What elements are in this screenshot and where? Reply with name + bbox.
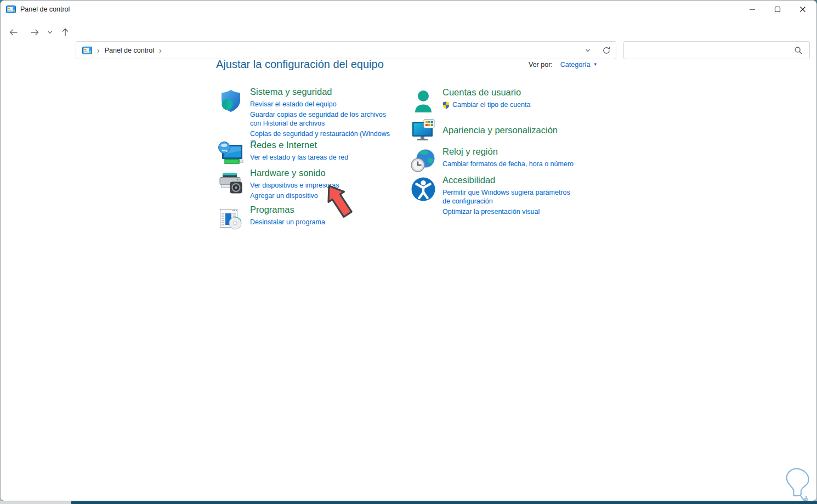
- desktop-edge: [0, 501, 817, 504]
- maximize-button[interactable]: [765, 1, 790, 18]
- category-programs: ProgramasDesinstalar un programa: [218, 204, 394, 231]
- uac-shield-icon: [442, 100, 450, 111]
- category-title-programs[interactable]: Programas: [250, 204, 394, 216]
- lightbulb-watermark-icon: [784, 468, 814, 504]
- page-title: Ajustar la configuración del equipo: [216, 58, 384, 71]
- close-button[interactable]: [790, 1, 815, 18]
- refresh-icon[interactable]: [597, 46, 616, 55]
- category-title-user-accounts[interactable]: Cuentas de usuario: [442, 87, 578, 98]
- category-title-appearance-personalization[interactable]: Apariencia y personalización: [442, 124, 578, 136]
- breadcrumb-chevron-icon[interactable]: ›: [159, 47, 162, 54]
- printer-icon[interactable]: [218, 169, 243, 195]
- category-link[interactable]: Agregar un dispositivo: [250, 191, 394, 200]
- programs-icon[interactable]: [218, 206, 243, 231]
- control-panel-icon: [6, 5, 16, 13]
- category-link[interactable]: Permitir que Windows sugiera parámetros …: [442, 188, 578, 206]
- control-panel-icon: [82, 47, 92, 54]
- back-button[interactable]: [5, 24, 22, 41]
- recent-locations-chevron-icon[interactable]: [43, 24, 56, 41]
- category-title-accessibility[interactable]: Accesibilidad: [442, 174, 578, 186]
- category-link[interactable]: Desinstalar un programa: [250, 218, 394, 226]
- category-link[interactable]: Ver el estado y las tareas de red: [250, 153, 394, 162]
- network-icon[interactable]: [218, 141, 243, 167]
- category-clock-region: Reloj y regiónCambiar formatos de fecha,…: [411, 146, 578, 173]
- category-title-clock-region[interactable]: Reloj y región: [442, 146, 578, 157]
- title-bar[interactable]: Panel de control: [1, 1, 816, 18]
- breadcrumb-root[interactable]: Panel de control: [105, 47, 154, 54]
- category-hardware-sound: Hardware y sonidoVer dispositivos e impr…: [218, 167, 394, 200]
- navigation-toolbar: › Panel de control ›: [1, 18, 816, 47]
- category-appearance-personalization: Apariencia y personalización: [411, 117, 578, 143]
- category-system-security: Sistema y seguridadRevisar el estado del…: [218, 86, 394, 147]
- minimize-button[interactable]: [740, 1, 765, 18]
- category-link[interactable]: Optimizar la presentación visual: [442, 207, 578, 216]
- appearance-icon[interactable]: [411, 117, 436, 143]
- category-accessibility: AccesibilidadPermitir que Windows sugier…: [411, 174, 578, 216]
- category-network-internet: Redes e InternetVer el estado y las tare…: [218, 139, 394, 167]
- user-icon[interactable]: [411, 89, 436, 114]
- shield-icon[interactable]: [218, 88, 243, 114]
- view-by-dropdown[interactable]: Categoría ▼: [560, 61, 598, 69]
- category-link[interactable]: Revisar el estado del equipo: [250, 100, 394, 109]
- address-bar[interactable]: › Panel de control ›: [76, 41, 616, 59]
- desktop-edge-left: [0, 501, 71, 504]
- up-button[interactable]: [56, 24, 74, 41]
- forward-button[interactable]: [26, 24, 43, 41]
- category-title-system-security[interactable]: Sistema y seguridad: [250, 86, 394, 98]
- category-title-network-internet[interactable]: Redes e Internet: [250, 139, 394, 151]
- clock-globe-icon[interactable]: [411, 148, 436, 173]
- search-icon[interactable]: [794, 46, 803, 55]
- category-link[interactable]: Cambiar el tipo de cuenta: [442, 100, 578, 111]
- search-input[interactable]: [624, 42, 794, 59]
- annotation-arrow: [326, 183, 356, 222]
- category-link[interactable]: Ver dispositivos e impresoras: [250, 181, 394, 190]
- view-by-label: Ver por:: [529, 61, 553, 69]
- category-link[interactable]: Guardar copias de seguridad de los archi…: [250, 110, 394, 128]
- breadcrumb-chevron-icon[interactable]: ›: [97, 47, 100, 54]
- category-link[interactable]: Cambiar formatos de fecha, hora o número: [442, 160, 578, 168]
- accessibility-icon[interactable]: [411, 177, 436, 202]
- search-box[interactable]: [623, 41, 810, 59]
- control-panel-window: Panel de control: [0, 0, 817, 501]
- category-user-accounts: Cuentas de usuario Cambiar el tipo de cu…: [411, 87, 578, 114]
- address-dropdown-chevron-icon[interactable]: [578, 48, 597, 53]
- window-title: Panel de control: [20, 5, 70, 13]
- chevron-down-icon: ▼: [593, 63, 598, 67]
- category-title-hardware-sound[interactable]: Hardware y sonido: [250, 167, 394, 179]
